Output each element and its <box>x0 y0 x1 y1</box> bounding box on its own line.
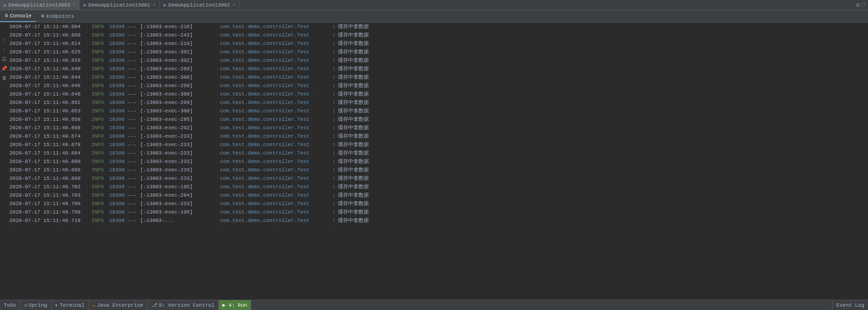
status-java-enterprise[interactable]: ☕ Java Enterprise <box>89 300 148 310</box>
scroll-up-icon[interactable]: ↑ <box>0 37 8 44</box>
log-timestamp: 2020-07-17 15:11:49.690 <box>9 157 91 166</box>
log-colon: : <box>332 65 338 73</box>
log-colon: : <box>332 22 338 31</box>
log-timestamp: 2020-07-17 15:11:49.648 <box>9 90 91 98</box>
log-timestamp: 2020-07-17 15:11:49.678 <box>9 140 91 149</box>
log-timestamp: 2020-07-17 15:11:49.646 <box>9 81 91 90</box>
log-class: com.test.demo.controller.Test <box>220 107 332 115</box>
log-separator: --- <box>127 140 140 149</box>
log-thread: [-13003-exec-233] <box>140 140 220 149</box>
log-pid: 18396 <box>109 216 127 225</box>
log-timestamp: 2020-07-17 15:11:49.658 <box>9 115 91 124</box>
filter-icon[interactable]: ☰ <box>0 55 8 63</box>
log-pid: 18396 <box>109 22 127 31</box>
expand-icon[interactable]: □ <box>861 1 865 8</box>
log-message: 缓存中拿数据 <box>338 98 369 107</box>
log-level: INFO <box>91 81 109 90</box>
log-class: com.test.demo.controller.Test <box>220 90 332 98</box>
status-event-log[interactable]: Event Log <box>832 300 868 310</box>
log-line: 2020-07-17 15:11:49.626 INFO 18396 --- [… <box>9 56 868 65</box>
log-colon: : <box>332 132 338 140</box>
log-line: 2020-07-17 15:11:49.695 INFO 18396 --- [… <box>9 166 868 174</box>
log-thread: [-13003-exec-218] <box>140 22 220 31</box>
log-timestamp: 2020-07-17 15:11:49.604 <box>9 22 91 31</box>
log-message: 缓存中拿数据 <box>338 157 369 166</box>
scroll-down-icon[interactable]: ↓ <box>0 46 8 53</box>
log-level: INFO <box>91 183 109 191</box>
tool-tab-label: Console <box>10 13 31 19</box>
tool-tab-console[interactable]: ≡ Console <box>0 10 36 22</box>
log-message: 缓存中拿数据 <box>338 73 369 81</box>
log-class: com.test.demo.controller.Test <box>220 81 332 90</box>
tab-close-icon[interactable]: × <box>73 3 75 7</box>
clear-icon[interactable]: 🗑 <box>0 74 8 81</box>
status-version-control[interactable]: ⎇ 9: Version Control <box>148 300 219 310</box>
terminal-icon: ▸ <box>55 302 59 308</box>
log-pid: 18396 <box>109 73 127 81</box>
log-class: com.test.demo.controller.Test <box>220 73 332 81</box>
log-level: INFO <box>91 39 109 48</box>
log-level: INFO <box>91 90 109 98</box>
log-timestamp: 2020-07-17 15:11:49.640 <box>9 65 91 73</box>
log-line: 2020-07-17 15:11:49.625 INFO 18396 --- [… <box>9 48 868 56</box>
log-class: com.test.demo.controller.Test <box>220 115 332 124</box>
log-timestamp: 2020-07-17 15:11:49.653 <box>9 107 91 115</box>
title-tabs: ▶DemoApplication13003×▶DemoApplication13… <box>0 0 239 10</box>
tab-close-icon[interactable]: × <box>153 3 156 7</box>
log-line: 2020-07-17 15:11:49.614 INFO 18396 --- [… <box>9 39 868 48</box>
tab-close-icon[interactable]: × <box>233 3 235 7</box>
log-separator: --- <box>127 157 140 166</box>
log-thread: [-13003-exec-301] <box>140 48 220 56</box>
log-level: INFO <box>91 157 109 166</box>
log-line: 2020-07-17 15:11:49.703 INFO 18396 --- [… <box>9 191 868 199</box>
status-terminal[interactable]: ▸ Terminal <box>52 300 89 310</box>
log-class: com.test.demo.controller.Test <box>220 208 332 216</box>
status-run[interactable]: ▶ 4: Run <box>219 300 252 310</box>
log-class: com.test.demo.controller.Test <box>220 56 332 65</box>
log-class: com.test.demo.controller.Test <box>220 124 332 132</box>
status-right: Event Log <box>832 300 868 310</box>
log-message: 缓存中拿数据 <box>338 183 369 191</box>
log-thread: [-13003-exec-243] <box>140 31 220 39</box>
title-tab-tab3[interactable]: ▶DemoApplication13002× <box>160 0 239 10</box>
log-pid: 18396 <box>109 90 127 98</box>
log-class: com.test.demo.controller.Test <box>220 191 332 199</box>
log-separator: --- <box>127 216 140 225</box>
log-pid: 18396 <box>109 149 127 157</box>
log-message: 缓存中拿数据 <box>338 107 369 115</box>
status-todo[interactable]: ToDo <box>0 300 20 310</box>
log-timestamp: 2020-07-17 15:11:49.609 <box>9 31 91 39</box>
settings-icon[interactable]: ⚙ <box>856 1 860 9</box>
log-thread: [-13003-exec-195] <box>140 183 220 191</box>
title-bar: ▶DemoApplication13003×▶DemoApplication13… <box>0 0 868 10</box>
log-separator: --- <box>127 199 140 208</box>
tool-tab-icon: ⊕ <box>41 13 44 20</box>
log-line: 2020-07-17 15:11:49.640 INFO 18396 --- [… <box>9 65 868 73</box>
log-pid: 18396 <box>109 81 127 90</box>
log-pid: 18396 <box>109 199 127 208</box>
log-separator: --- <box>127 48 140 56</box>
log-timestamp: 2020-07-17 15:11:49.652 <box>9 98 91 107</box>
log-message: 缓存中拿数据 <box>338 115 369 124</box>
log-class: com.test.demo.controller.Test <box>220 48 332 56</box>
log-message: 缓存中拿数据 <box>338 216 369 225</box>
log-thread: [-13003-exec-233] <box>140 149 220 157</box>
pin-icon[interactable]: 📌 <box>0 65 8 72</box>
log-area[interactable]: 2020-07-17 15:11:49.604 INFO 18396 --- [… <box>0 22 868 300</box>
log-message: 缓存中拿数据 <box>338 124 369 132</box>
log-timestamp: 2020-07-17 15:11:49.625 <box>9 48 91 56</box>
title-tab-tab2[interactable]: ▶DemoApplication13001× <box>80 0 159 10</box>
log-level: INFO <box>91 98 109 107</box>
log-colon: : <box>332 90 338 98</box>
log-level: INFO <box>91 191 109 199</box>
log-line: 2020-07-17 15:11:49.668 INFO 18396 --- [… <box>9 124 868 132</box>
log-class: com.test.demo.controller.Test <box>220 22 332 31</box>
log-message: 缓存中拿数据 <box>338 90 369 98</box>
log-separator: --- <box>127 22 140 31</box>
status-spring[interactable]: ✿ Spring <box>20 300 51 310</box>
title-tab-tab1[interactable]: ▶DemoApplication13003× <box>0 0 80 10</box>
log-message: 缓存中拿数据 <box>338 132 369 140</box>
tool-tab-endpoints[interactable]: ⊕ Endpoints <box>36 10 79 22</box>
log-thread: [-13003-exec-300] <box>140 73 220 81</box>
log-colon: : <box>332 81 338 90</box>
